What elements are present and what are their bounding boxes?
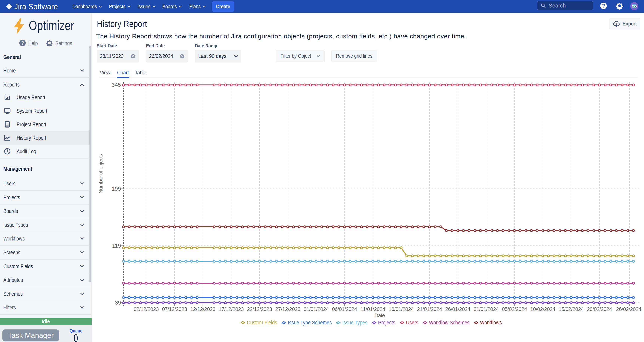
svg-text:10/02/2024: 10/02/2024 bbox=[530, 306, 555, 312]
svg-text:27/12/2023: 27/12/2023 bbox=[275, 306, 300, 312]
svg-text:16/01/2024: 16/01/2024 bbox=[388, 306, 414, 312]
svg-text:06/01/2024: 06/01/2024 bbox=[332, 306, 357, 312]
svg-text:20/02/2024: 20/02/2024 bbox=[587, 306, 612, 312]
svg-text:26/01/2024: 26/01/2024 bbox=[445, 306, 470, 312]
svg-text:39: 39 bbox=[115, 299, 121, 306]
svg-text:Number of objects: Number of objects bbox=[98, 154, 104, 194]
svg-text:Date: Date bbox=[374, 312, 385, 318]
svg-text:119: 119 bbox=[112, 243, 121, 249]
svg-text:15/02/2024: 15/02/2024 bbox=[558, 306, 584, 312]
svg-text:31/01/2024: 31/01/2024 bbox=[474, 306, 499, 312]
svg-text:26/02/2024: 26/02/2024 bbox=[616, 306, 641, 312]
svg-text:11/01/2024: 11/01/2024 bbox=[360, 306, 385, 312]
svg-text:12/12/2023: 12/12/2023 bbox=[190, 306, 216, 312]
svg-text:345: 345 bbox=[112, 82, 121, 88]
svg-text:21/01/2024: 21/01/2024 bbox=[417, 306, 442, 312]
svg-text:17/12/2023: 17/12/2023 bbox=[218, 306, 244, 312]
svg-text:05/02/2024: 05/02/2024 bbox=[502, 306, 527, 312]
svg-text:02/12/2023: 02/12/2023 bbox=[134, 306, 159, 312]
svg-text:01/01/2024: 01/01/2024 bbox=[304, 306, 329, 312]
svg-text:22/12/2023: 22/12/2023 bbox=[247, 306, 272, 312]
svg-text:07/12/2023: 07/12/2023 bbox=[162, 306, 187, 312]
svg-text:199: 199 bbox=[112, 186, 121, 192]
